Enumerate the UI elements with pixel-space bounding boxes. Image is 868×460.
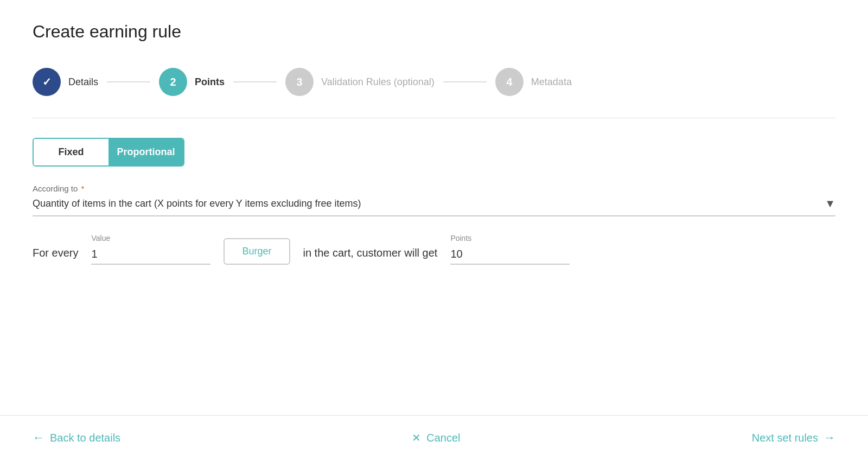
cancel-x-icon: ✕ bbox=[412, 431, 421, 444]
next-set-rules-button[interactable]: Next set rules → bbox=[752, 431, 835, 445]
step-circle-details: ✓ bbox=[33, 68, 61, 96]
step-details: ✓ Details bbox=[33, 68, 98, 96]
step-circle-validation: 3 bbox=[285, 68, 314, 96]
cancel-label: Cancel bbox=[426, 432, 460, 444]
value-input[interactable] bbox=[91, 245, 210, 265]
back-to-details-button[interactable]: ← Back to details bbox=[33, 431, 120, 445]
next-arrow-icon: → bbox=[824, 431, 835, 445]
step-points: 2 Points bbox=[159, 68, 225, 96]
points-label: Points bbox=[450, 234, 570, 242]
step-label-points: Points bbox=[195, 76, 225, 88]
value-input-group: Value bbox=[91, 234, 210, 265]
for-every-label: For every bbox=[33, 247, 78, 265]
connector-1 bbox=[107, 81, 150, 82]
for-every-row: For every Value Burger in the cart, cust… bbox=[33, 234, 835, 265]
points-input-group: Points bbox=[450, 234, 570, 265]
required-marker: * bbox=[79, 184, 84, 193]
according-to-dropdown[interactable]: Quantity of items in the cart (X points … bbox=[33, 197, 835, 216]
step-label-metadata: Metadata bbox=[531, 76, 572, 88]
toggle-proportional-button[interactable]: Proportional bbox=[108, 139, 183, 165]
step-circle-metadata: 4 bbox=[495, 68, 524, 96]
connector-3 bbox=[443, 81, 487, 82]
cancel-button[interactable]: ✕ Cancel bbox=[412, 431, 460, 444]
burger-button[interactable]: Burger bbox=[224, 238, 290, 265]
dropdown-arrow-icon[interactable]: ▼ bbox=[825, 197, 835, 210]
in-cart-label: in the cart, customer will get bbox=[303, 247, 438, 265]
footer: ← Back to details ✕ Cancel Next set rule… bbox=[0, 415, 868, 460]
stepper-divider bbox=[33, 118, 835, 118]
dropdown-selected-value: Quantity of items in the cart (X points … bbox=[33, 198, 825, 209]
value-label: Value bbox=[91, 234, 210, 242]
toggle-group: Fixed Proportional bbox=[33, 138, 184, 167]
points-input[interactable] bbox=[450, 245, 570, 265]
page-title: Create earning rule bbox=[33, 22, 835, 42]
stepper: ✓ Details 2 Points 3 Validation Rules (o… bbox=[33, 68, 835, 96]
step-circle-points: 2 bbox=[159, 68, 187, 96]
page-container: Create earning rule ✓ Details 2 Points 3… bbox=[0, 0, 868, 265]
toggle-fixed-button[interactable]: Fixed bbox=[34, 139, 108, 165]
connector-2 bbox=[233, 81, 277, 82]
step-label-details: Details bbox=[68, 76, 98, 88]
back-to-details-label: Back to details bbox=[50, 432, 120, 444]
back-arrow-icon: ← bbox=[33, 431, 44, 445]
step-metadata: 4 Metadata bbox=[495, 68, 572, 96]
step-label-validation: Validation Rules (optional) bbox=[321, 76, 435, 88]
next-label: Next set rules bbox=[752, 432, 818, 444]
step-validation: 3 Validation Rules (optional) bbox=[285, 68, 435, 96]
according-to-label: According to * bbox=[33, 184, 835, 193]
